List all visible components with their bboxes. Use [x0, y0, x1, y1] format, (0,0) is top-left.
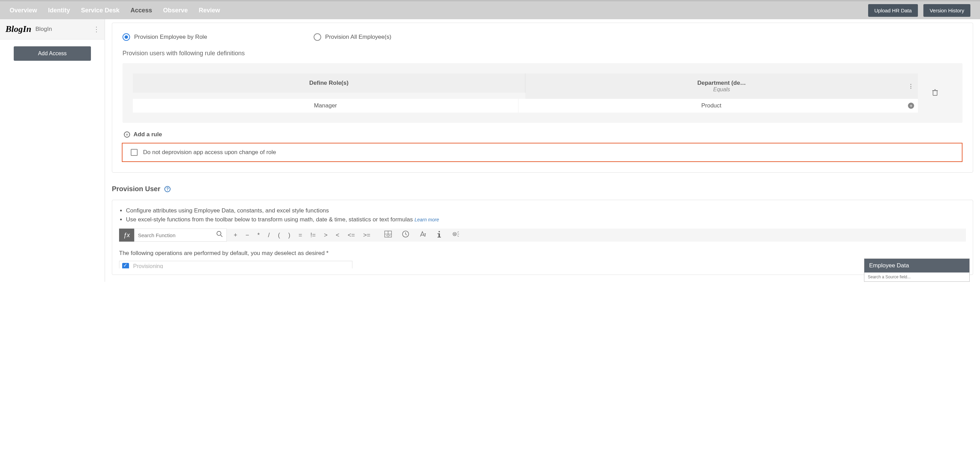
version-history-button[interactable]: Version History [923, 4, 970, 17]
tab-service-desk[interactable]: Service Desk [81, 2, 119, 19]
text-icon[interactable] [419, 230, 426, 240]
svg-rect-6 [438, 237, 441, 238]
add-rule-label: Add a rule [134, 131, 162, 138]
rule-col-department-header: Department (de… Equals ⋮ [525, 73, 918, 99]
tab-bar: Overview Identity Service Desk Access Ob… [10, 2, 220, 19]
op-neq[interactable]: != [310, 232, 316, 239]
provisioning-label: Provisioning [133, 263, 163, 269]
add-access-button[interactable]: Add Access [14, 46, 91, 61]
provision-rules-panel: Provision Employee by Role Provision All… [112, 23, 973, 173]
radio-unselected-icon [313, 33, 321, 41]
radio-label: Provision All Employee(s) [325, 33, 391, 40]
trash-icon[interactable] [932, 89, 938, 97]
instruction-item: Configure attributes using Employee Data… [126, 206, 966, 215]
radio-label: Provision Employee by Role [134, 33, 207, 40]
op-lte[interactable]: <= [348, 232, 355, 239]
function-search-input[interactable] [138, 232, 216, 238]
tab-access[interactable]: Access [130, 2, 152, 19]
department-operator-text: Equals [697, 86, 746, 92]
radio-provision-by-role[interactable]: Provision Employee by Role [123, 33, 207, 41]
function-search-box [134, 228, 227, 242]
department-header-text: Department (de… [697, 80, 746, 86]
op-divide[interactable]: / [268, 232, 270, 239]
deprovision-checkbox-row[interactable]: Do not deprovision app access upon chang… [131, 149, 954, 156]
delete-rule-column [918, 73, 952, 113]
op-gt[interactable]: > [324, 232, 328, 239]
op-lparen[interactable]: ( [278, 232, 280, 239]
search-icon[interactable] [216, 231, 223, 239]
instruction-item: Use excel-style functions from the toolb… [126, 215, 966, 224]
clock-icon[interactable] [402, 230, 409, 240]
app-logo: BlogIn [5, 24, 31, 34]
tab-overview[interactable]: Overview [10, 2, 37, 19]
op-eq[interactable]: = [299, 232, 302, 239]
op-gte[interactable]: >= [363, 232, 370, 239]
rule-role-value[interactable]: Manager [133, 99, 519, 113]
employee-data-panel: Employee Data [864, 258, 970, 282]
sidebar-body: Add Access [0, 40, 105, 68]
info-icon[interactable] [436, 230, 442, 240]
provisioning-operation-row[interactable]: Provisioning [119, 261, 352, 268]
rule-container: Define Role(s) Department (de… Equals ⋮ [123, 63, 963, 123]
radio-provision-all[interactable]: Provision All Employee(s) [313, 33, 391, 41]
svg-point-8 [453, 232, 457, 236]
provision-user-section-title: Provision User ? [112, 185, 973, 193]
department-value-text: Product [702, 102, 722, 109]
highlighted-checkbox-section: Do not deprovision app access upon chang… [122, 143, 963, 162]
column-kebab-icon[interactable]: ⋮ [908, 83, 914, 90]
provision-user-panel: Configure attributes using Employee Data… [112, 200, 973, 275]
employee-data-header: Employee Data [864, 259, 969, 273]
op-multiply[interactable]: * [257, 232, 260, 239]
main-content: Provision Employee by Role Provision All… [105, 19, 980, 282]
tab-observe[interactable]: Observe [163, 2, 188, 19]
instruction-text: Use excel-style functions from the toolb… [126, 216, 413, 223]
app-name-label: BlogIn [35, 26, 52, 33]
op-rparen[interactable]: ) [288, 232, 290, 239]
help-icon[interactable]: ? [164, 186, 170, 192]
tab-review[interactable]: Review [199, 2, 220, 19]
svg-rect-0 [933, 91, 937, 96]
upload-hr-data-button[interactable]: Upload HR Data [868, 4, 918, 17]
learn-more-link[interactable]: Learn more [415, 217, 439, 222]
op-lt[interactable]: < [336, 232, 340, 239]
rule-department-value[interactable]: Product [519, 99, 904, 113]
svg-point-4 [439, 231, 440, 232]
fx-icon[interactable]: ƒx [119, 228, 134, 242]
instructions-list: Configure attributes using Employee Data… [126, 206, 966, 224]
svg-point-9 [454, 233, 455, 235]
main-header: Overview Identity Service Desk Access Ob… [0, 2, 980, 19]
provision-mode-radios: Provision Employee by Role Provision All… [123, 33, 963, 41]
op-minus[interactable]: − [246, 232, 250, 239]
checkbox-checked-icon[interactable] [122, 263, 129, 269]
math-icon[interactable] [384, 230, 392, 240]
svg-rect-7 [438, 233, 439, 234]
default-operations-label: The following operations are performed b… [119, 250, 966, 257]
radio-selected-icon [123, 33, 130, 41]
rule-description: Provision users with following rule defi… [123, 50, 963, 57]
add-condition-icon[interactable]: + [908, 103, 914, 109]
function-toolbar: ƒx + − * / ( ) = != > < [119, 228, 966, 242]
plus-circle-icon: + [124, 131, 130, 138]
add-condition-column: + [904, 99, 918, 113]
op-plus[interactable]: + [234, 232, 237, 239]
tab-identity[interactable]: Identity [48, 2, 70, 19]
employee-data-search-input[interactable] [864, 273, 969, 281]
checkbox-unchecked-icon[interactable] [131, 149, 138, 156]
section-title-text: Provision User [112, 185, 160, 193]
sidebar-kebab-icon[interactable]: ⋮ [93, 25, 99, 33]
sidebar-header: BlogIn BlogIn ⋮ [0, 19, 105, 40]
category-icons [384, 230, 460, 240]
page-layout: BlogIn BlogIn ⋮ Add Access Provision Emp… [0, 19, 980, 282]
sidebar: BlogIn BlogIn ⋮ Add Access [0, 19, 105, 282]
add-rule-button[interactable]: + Add a rule [124, 131, 963, 138]
settings-icon[interactable] [452, 230, 460, 240]
header-actions: Upload HR Data Version History [868, 4, 970, 17]
operator-buttons: + − * / ( ) = != > < <= >= [227, 232, 377, 239]
deprovision-checkbox-label: Do not deprovision app access upon chang… [143, 149, 276, 156]
svg-point-1 [217, 231, 221, 236]
rule-col-roles-header: Define Role(s) [133, 73, 525, 92]
